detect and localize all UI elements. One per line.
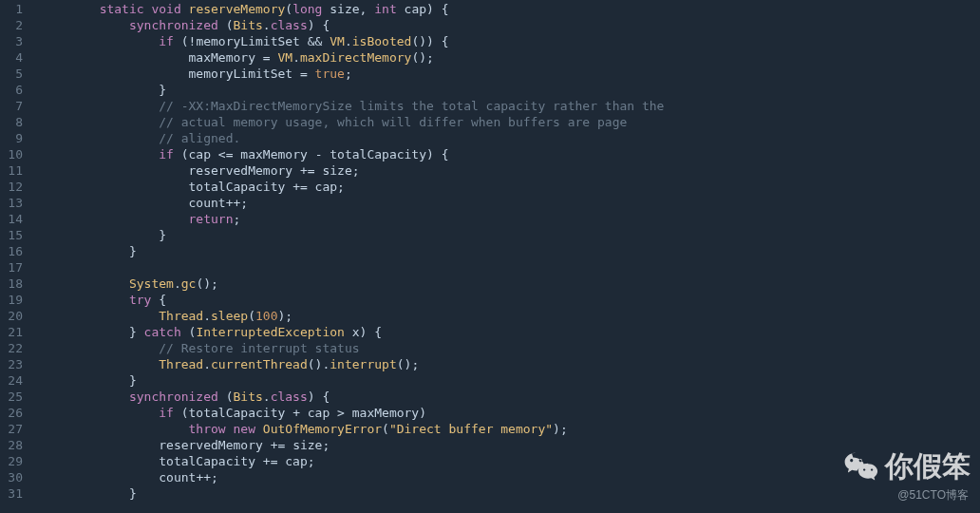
line-number: 13: [0, 196, 23, 212]
line-number-gutter: 1234567891011121314151617181920212223242…: [0, 0, 30, 513]
code-line[interactable]: try {: [40, 293, 980, 309]
code-line[interactable]: if (totalCapacity + cap > maxMemory): [40, 406, 980, 422]
code-line[interactable]: count++;: [40, 470, 980, 486]
code-line[interactable]: // aligned.: [40, 131, 980, 147]
line-number: 23: [0, 357, 23, 373]
code-line[interactable]: maxMemory = VM.maxDirectMemory();: [40, 50, 980, 66]
code-line[interactable]: static void reserveMemory(long size, int…: [40, 2, 980, 18]
line-number: 30: [0, 470, 23, 486]
code-line[interactable]: }: [40, 244, 980, 260]
code-line[interactable]: reservedMemory += size;: [40, 163, 980, 180]
code-line[interactable]: // -XX:MaxDirectMemorySize limits the to…: [40, 99, 980, 115]
code-line[interactable]: synchronized (Bits.class) {: [40, 18, 980, 34]
line-number: 18: [0, 276, 23, 293]
code-line[interactable]: }: [40, 83, 980, 99]
line-number: 17: [0, 260, 23, 276]
line-number: 1: [0, 2, 23, 18]
line-number: 8: [0, 115, 23, 131]
line-number: 5: [0, 66, 23, 83]
line-number: 29: [0, 454, 23, 470]
code-line[interactable]: if (!memoryLimitSet && VM.isBooted()) {: [40, 34, 980, 50]
code-line[interactable]: count++;: [40, 196, 980, 212]
line-number: 26: [0, 406, 23, 422]
line-number: 21: [0, 325, 23, 341]
line-number: 19: [0, 293, 23, 309]
line-number: 25: [0, 390, 23, 406]
code-line[interactable]: Thread.currentThread().interrupt();: [40, 357, 980, 373]
attribution-text: @51CTO博客: [897, 488, 969, 504]
code-area[interactable]: static void reserveMemory(long size, int…: [30, 0, 980, 513]
code-line[interactable]: } catch (InterruptedException x) {: [40, 325, 980, 341]
line-number: 4: [0, 50, 23, 66]
watermark: 你假笨: [843, 447, 971, 484]
code-line[interactable]: }: [40, 373, 980, 390]
line-number: 10: [0, 147, 23, 163]
code-line[interactable]: // actual memory usage, which will diffe…: [40, 115, 980, 131]
line-number: 2: [0, 18, 23, 34]
code-line[interactable]: totalCapacity += cap;: [40, 454, 980, 470]
line-number: 22: [0, 341, 23, 357]
code-editor[interactable]: 1234567891011121314151617181920212223242…: [0, 0, 980, 513]
code-line[interactable]: System.gc();: [40, 276, 980, 293]
code-line[interactable]: // Restore interrupt status: [40, 341, 980, 357]
line-number: 7: [0, 99, 23, 115]
line-number: 28: [0, 438, 23, 454]
line-number: 15: [0, 228, 23, 244]
code-line[interactable]: }: [40, 228, 980, 244]
line-number: 12: [0, 180, 23, 196]
code-line[interactable]: if (cap <= maxMemory - totalCapacity) {: [40, 147, 980, 163]
line-number: 20: [0, 309, 23, 325]
code-line[interactable]: Thread.sleep(100);: [40, 309, 980, 325]
code-line[interactable]: memoryLimitSet = true;: [40, 66, 980, 83]
code-line[interactable]: synchronized (Bits.class) {: [40, 390, 980, 406]
line-number: 6: [0, 83, 23, 99]
code-line[interactable]: throw new OutOfMemoryError("Direct buffe…: [40, 422, 980, 438]
watermark-text: 你假笨: [885, 447, 971, 484]
line-number: 27: [0, 422, 23, 438]
code-line[interactable]: reservedMemory += size;: [40, 438, 980, 454]
wechat-icon: [843, 448, 879, 484]
line-number: 31: [0, 486, 23, 503]
line-number: 16: [0, 244, 23, 260]
line-number: 3: [0, 34, 23, 50]
line-number: 9: [0, 131, 23, 147]
code-line[interactable]: totalCapacity += cap;: [40, 180, 980, 196]
line-number: 24: [0, 373, 23, 390]
code-line[interactable]: }: [40, 486, 980, 503]
line-number: 14: [0, 212, 23, 228]
line-number: 11: [0, 163, 23, 180]
code-line[interactable]: return;: [40, 212, 980, 228]
code-line[interactable]: [40, 260, 980, 276]
